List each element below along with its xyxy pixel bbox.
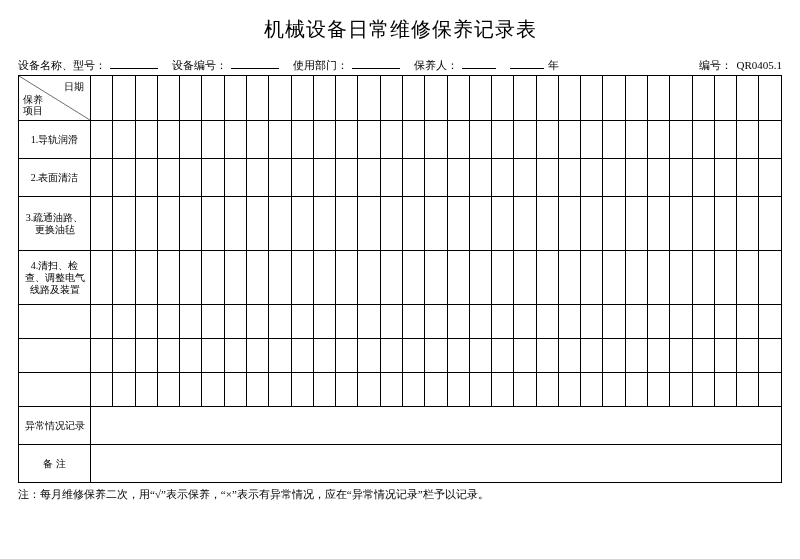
grid-cell (202, 305, 224, 339)
grid-cell (581, 339, 603, 373)
grid-cell (714, 251, 736, 305)
diag-header: 日期保养 项目 (19, 76, 91, 121)
grid-cell (224, 251, 246, 305)
grid-cell (536, 339, 558, 373)
footnote: 注：每月维修保养二次，用“√”表示保养，“×”表示有异常情况，应在“异常情况记录… (18, 487, 782, 502)
grid-cell (581, 373, 603, 407)
device-no-label: 设备编号： (172, 58, 227, 73)
grid-cell (380, 121, 402, 159)
grid-cell (135, 121, 157, 159)
grid-cell (425, 339, 447, 373)
grid-cell (670, 159, 692, 197)
grid-cell (714, 373, 736, 407)
grid-cell (692, 197, 714, 251)
form-no: QR0405.1 (736, 59, 782, 71)
grid-cell (759, 305, 782, 339)
grid-cell (380, 305, 402, 339)
grid-cell (625, 197, 647, 251)
grid-cell (514, 339, 536, 373)
grid-cell (648, 339, 670, 373)
device-name-blank (110, 57, 158, 69)
grid-cell (447, 121, 469, 159)
date-header-cell (558, 76, 580, 121)
grid-cell (692, 121, 714, 159)
grid-cell (291, 121, 313, 159)
grid-cell (91, 373, 113, 407)
grid-cell (358, 251, 380, 305)
grid-cell (358, 159, 380, 197)
grid-cell (625, 373, 647, 407)
grid-cell (648, 305, 670, 339)
grid-cell (113, 373, 135, 407)
grid-cell (714, 159, 736, 197)
blank-row-label (19, 305, 91, 339)
grid-cell (581, 121, 603, 159)
grid-cell (692, 373, 714, 407)
grid-cell (425, 305, 447, 339)
grid-cell (224, 159, 246, 197)
grid-cell (180, 373, 202, 407)
grid-cell (514, 373, 536, 407)
grid-cell (269, 159, 291, 197)
grid-cell (536, 121, 558, 159)
dept-blank (352, 57, 400, 69)
grid-cell (269, 197, 291, 251)
grid-cell (447, 197, 469, 251)
date-header-cell (581, 76, 603, 121)
grid-cell (737, 251, 759, 305)
grid-cell (625, 159, 647, 197)
grid-cell (447, 251, 469, 305)
grid-cell (536, 197, 558, 251)
grid-cell (313, 121, 335, 159)
grid-cell (737, 339, 759, 373)
grid-cell (269, 305, 291, 339)
grid-cell (269, 373, 291, 407)
grid-cell (313, 197, 335, 251)
grid-cell (581, 305, 603, 339)
grid-cell (113, 159, 135, 197)
grid-cell (180, 159, 202, 197)
diag-top: 日期 (64, 80, 84, 94)
grid-cell (670, 251, 692, 305)
grid-cell (425, 197, 447, 251)
grid-cell (402, 305, 424, 339)
grid-cell (157, 373, 179, 407)
date-header-cell (91, 76, 113, 121)
grid-cell (313, 373, 335, 407)
grid-cell (558, 121, 580, 159)
device-no-blank (231, 57, 279, 69)
grid-cell (180, 251, 202, 305)
date-header-cell (224, 76, 246, 121)
item-label-4: 4.清扫、检查、调整电气线路及装置 (19, 251, 91, 305)
grid-cell (558, 251, 580, 305)
date-header-cell (180, 76, 202, 121)
date-header-cell (425, 76, 447, 121)
grid-cell (447, 305, 469, 339)
grid-cell (558, 305, 580, 339)
date-header-cell (692, 76, 714, 121)
grid-cell (558, 159, 580, 197)
grid-cell (425, 121, 447, 159)
date-header-cell (737, 76, 759, 121)
grid-cell (180, 197, 202, 251)
grid-cell (91, 339, 113, 373)
grid-cell (91, 159, 113, 197)
grid-cell (714, 197, 736, 251)
date-header-cell (135, 76, 157, 121)
grid-cell (358, 305, 380, 339)
grid-cell (514, 121, 536, 159)
grid-cell (291, 305, 313, 339)
grid-cell (157, 305, 179, 339)
grid-cell (603, 159, 625, 197)
grid-cell (135, 251, 157, 305)
grid-cell (246, 251, 268, 305)
grid-cell (291, 373, 313, 407)
wide-cell (91, 407, 782, 445)
grid-cell (358, 339, 380, 373)
grid-cell (91, 305, 113, 339)
grid-cell (514, 197, 536, 251)
date-header-cell (514, 76, 536, 121)
grid-cell (759, 339, 782, 373)
grid-cell (135, 159, 157, 197)
date-header-cell (291, 76, 313, 121)
